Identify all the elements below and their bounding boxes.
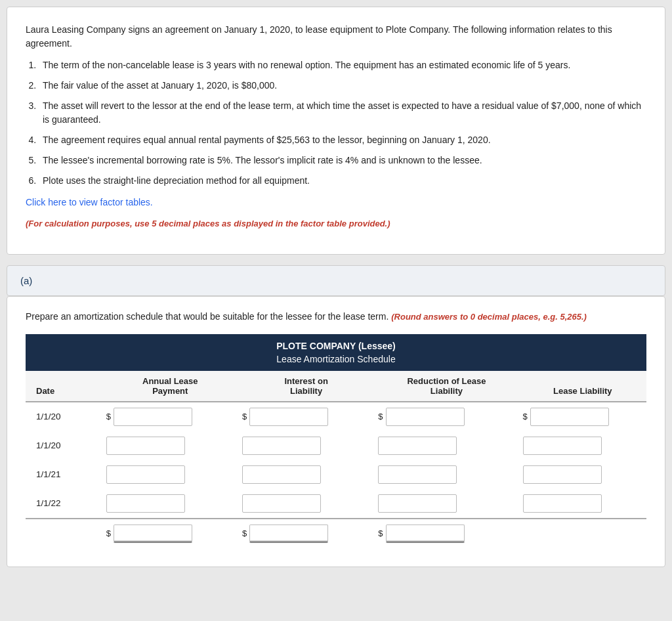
total-label-cell [26, 519, 102, 548]
reduction-cell [374, 489, 518, 519]
total-reduction-input[interactable] [386, 525, 465, 543]
table-row: 1/1/22 [26, 489, 646, 519]
intro-item-5: The lessee's incremental borrowing rate … [39, 154, 646, 167]
total-interest-cell: $ [238, 519, 374, 548]
liability-input-3[interactable] [523, 465, 602, 484]
intro-item-4: The agreement requires equal annual rent… [39, 133, 646, 147]
total-payment-cell: $ [102, 519, 238, 548]
liability-input-1[interactable] [530, 408, 609, 426]
interest-input-1[interactable] [249, 408, 328, 426]
table-row: 1/1/20 [26, 431, 646, 460]
prepare-text: Prepare an amortization schedule that wo… [26, 310, 646, 324]
amortization-table: PLOTE COMPANY (Lessee) Lease Amortizatio… [26, 334, 646, 548]
annual-payment-input-2[interactable] [106, 437, 185, 455]
intro-item-2: The fair value of the asset at January 1… [39, 79, 646, 93]
interest-input-3[interactable] [242, 465, 321, 484]
reduction-input-1[interactable] [386, 408, 465, 426]
interest-cell [238, 431, 374, 460]
reduction-cell [374, 431, 518, 460]
table-row: 1/1/21 [26, 460, 646, 489]
annual-payment-cell [102, 489, 238, 519]
table-row: 1/1/20 $ $ [26, 402, 646, 431]
intro-item-6: Plote uses the straight-line depreciatio… [39, 174, 646, 188]
date-cell: 1/1/21 [26, 460, 102, 489]
annual-payment-cell: $ [102, 402, 238, 431]
table-company-line1: PLOTE COMPANY (Lessee) [26, 334, 646, 353]
annual-payment-input-4[interactable] [106, 494, 185, 513]
date-cell: 1/1/20 [26, 431, 102, 460]
annual-payment-input-3[interactable] [106, 465, 185, 484]
liability-cell [519, 489, 646, 519]
intro-item-1: The term of the non-cancelable lease is … [39, 58, 646, 72]
intro-description: Laura Leasing Company signs an agreement… [26, 23, 646, 51]
intro-item-3: The asset will revert to the lessor at t… [39, 99, 646, 127]
annual-payment-input-1[interactable] [114, 408, 192, 426]
interest-cell [238, 489, 374, 519]
total-row: $ $ $ [26, 519, 646, 548]
total-interest-input[interactable] [249, 525, 328, 543]
interest-input-2[interactable] [242, 437, 321, 455]
col-header-interest: Interest onLiability [238, 371, 374, 402]
reduction-cell: $ [374, 402, 518, 431]
reduction-input-2[interactable] [378, 437, 457, 455]
col-header-annual-lease: Annual LeasePayment [102, 371, 238, 402]
reduction-cell [374, 460, 518, 489]
liability-cell [519, 431, 646, 460]
factor-tables-link[interactable]: Click here to view factor tables. [26, 197, 153, 207]
part-a-card: Prepare an amortization schedule that wo… [7, 296, 665, 567]
table-company-line2: Lease Amortization Schedule [26, 353, 646, 371]
round-note: (Round answers to 0 decimal places, e.g.… [391, 312, 587, 322]
reduction-input-4[interactable] [378, 494, 457, 513]
interest-cell [238, 460, 374, 489]
total-reduction-cell: $ [374, 519, 518, 548]
intro-list: The term of the non-cancelable lease is … [39, 58, 646, 188]
interest-input-4[interactable] [242, 494, 321, 513]
total-payment-input[interactable] [114, 525, 192, 543]
interest-cell: $ [238, 402, 374, 431]
date-cell: 1/1/22 [26, 489, 102, 519]
col-header-date: Date [26, 371, 102, 402]
decimal-note: (For calculation purposes, use 5 decimal… [26, 217, 646, 230]
section-a-label: (a) [7, 265, 665, 296]
annual-payment-cell [102, 460, 238, 489]
reduction-input-3[interactable] [378, 465, 457, 484]
total-liability-cell [519, 519, 646, 548]
date-cell: 1/1/20 [26, 402, 102, 431]
col-header-lease-liability: Lease Liability [519, 371, 646, 402]
liability-cell [519, 460, 646, 489]
annual-payment-cell [102, 431, 238, 460]
intro-card: Laura Leasing Company signs an agreement… [7, 7, 665, 255]
col-header-reduction: Reduction of LeaseLiability [374, 371, 518, 402]
liability-input-4[interactable] [523, 494, 602, 513]
amortization-table-wrap: PLOTE COMPANY (Lessee) Lease Amortizatio… [26, 334, 646, 548]
liability-input-2[interactable] [523, 437, 602, 455]
liability-cell: $ [519, 402, 646, 431]
